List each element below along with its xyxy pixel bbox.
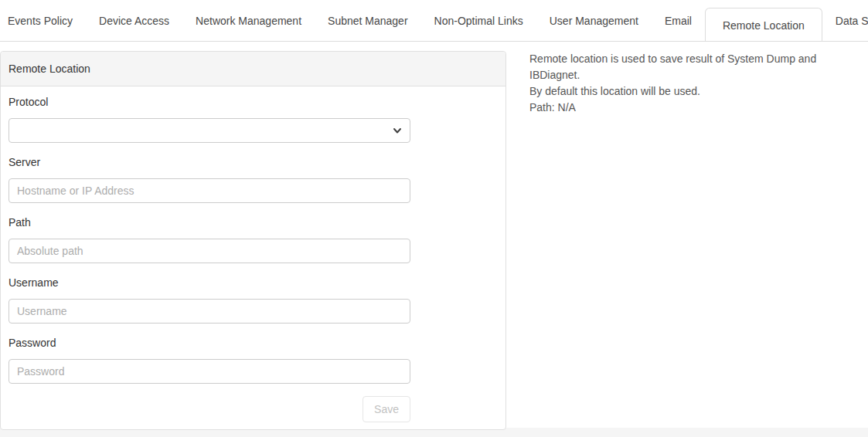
tab-device-access[interactable]: Device Access [86,0,182,41]
protocol-select[interactable] [9,118,410,143]
path-label: Path [9,217,498,228]
tab-events-policy[interactable]: Events Policy [0,0,86,41]
settings-tabbar: Events Policy Device Access Network Mana… [0,0,868,42]
password-input-wrap [9,359,410,384]
remote-location-panel: Remote Location Protocol Server Path [0,51,506,430]
username-input-wrap [9,299,410,324]
server-input[interactable] [9,178,410,203]
username-input[interactable] [9,299,410,324]
tab-network-management[interactable]: Network Management [182,0,315,41]
tab-user-management[interactable]: User Management [536,0,652,41]
help-line: By default this location will be used. [529,83,868,100]
protocol-label: Protocol [9,97,498,107]
server-label: Server [9,157,498,168]
password-label: Password [9,337,498,348]
help-line: Path: N/A [529,100,868,116]
tab-remote-location[interactable]: Remote Location [705,8,822,42]
username-label: Username [9,277,498,288]
password-input[interactable] [9,359,410,384]
save-button[interactable]: Save [363,396,410,422]
tab-subnet-manager[interactable]: Subnet Manager [315,0,421,41]
help-text: Remote location is used to save result o… [529,51,868,116]
tab-data-streaming[interactable]: Data Streaming [822,0,868,41]
panel-title: Remote Location [1,52,505,86]
path-input[interactable] [9,239,410,263]
settings-page: Events Policy Device Access Network Mana… [0,0,868,428]
main-content: Remote Location Protocol Server Path [0,42,868,430]
path-input-wrap [9,239,410,263]
protocol-select-wrap [9,118,410,143]
save-row: Save [9,396,410,422]
remote-location-form: Protocol Server Path Username [1,97,505,429]
help-line: Remote location is used to save result o… [529,51,868,83]
tab-non-optimal-links[interactable]: Non-Optimal Links [421,0,536,41]
tab-email[interactable]: Email [652,0,705,41]
server-input-wrap [9,178,410,203]
